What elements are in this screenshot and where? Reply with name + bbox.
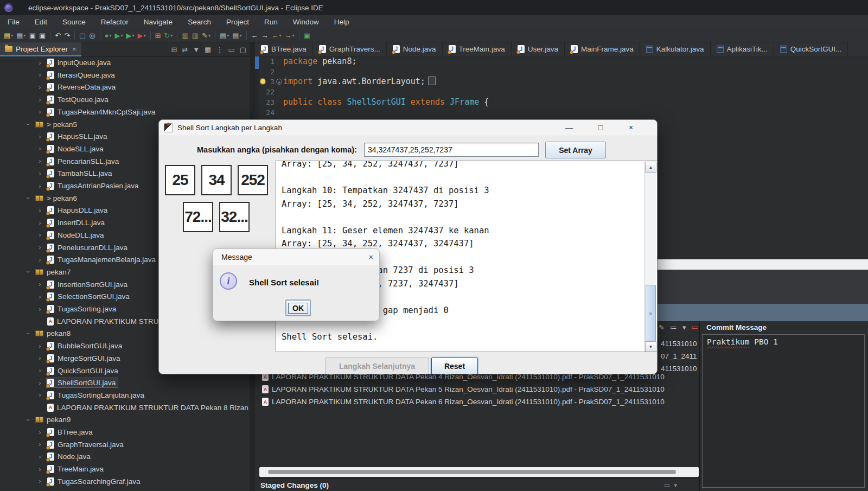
open-resource-icon[interactable]: ▥ xyxy=(180,29,190,41)
menu-refactor[interactable]: Refactor xyxy=(93,15,136,29)
editor-tab-graphtravers-[interactable]: JGraphTravers... xyxy=(313,42,387,56)
tree-item[interactable]: ›JIterasiQueue.java xyxy=(0,69,250,81)
menu-source[interactable]: Source xyxy=(55,15,93,29)
new-wizard-icon[interactable]: ▤▾ xyxy=(2,29,15,41)
unstaged-file-fragment[interactable]: 411531010 xyxy=(661,365,697,373)
chevron-right-icon[interactable]: › xyxy=(37,294,43,300)
editor-tab-node-java[interactable]: JNode.java xyxy=(387,42,443,56)
close-view-icon[interactable]: × xyxy=(72,45,76,53)
chevron-right-icon[interactable]: › xyxy=(37,429,43,436)
scroll-down-button[interactable]: ▼ xyxy=(645,341,656,352)
chevron-right-icon[interactable]: › xyxy=(37,170,43,177)
back-history-icon[interactable]: ←▾ xyxy=(270,29,283,41)
maximize-button[interactable]: □ xyxy=(593,120,608,135)
chevron-right-icon[interactable]: › xyxy=(37,392,43,398)
unstaged-file[interactable]: ALAPORAN PRAKTIKUM STRUKTUR DATA Pekan 5… xyxy=(262,385,665,393)
chevron-right-icon[interactable]: › xyxy=(37,60,43,66)
previous-annotation-icon[interactable]: ▤▾ xyxy=(218,29,231,41)
new-java-project-icon[interactable]: ⊞ xyxy=(154,29,163,41)
tree-item[interactable]: ›pekan9 xyxy=(0,413,250,426)
amend-icon[interactable]: ✎ xyxy=(659,323,665,331)
editor-tab-aplikasitik-[interactable]: AplikasiTik... xyxy=(711,42,774,56)
tree-item[interactable]: ›JGraphTraversal.java xyxy=(0,438,250,451)
chevron-right-icon[interactable]: › xyxy=(37,145,43,152)
dialog-title-bar[interactable]: Message xyxy=(213,249,379,265)
mark-occurrences-icon[interactable]: ✎▾ xyxy=(200,29,212,41)
chevron-right-icon[interactable]: › xyxy=(37,478,43,484)
reset-button[interactable]: Reset xyxy=(431,358,478,374)
tree-item[interactable]: ›JShellSortGUI.java xyxy=(0,377,250,389)
menu-caret-icon[interactable]: ▾ xyxy=(682,323,686,331)
chevron-right-icon[interactable]: › xyxy=(37,257,43,263)
focus-icon[interactable]: ▦ xyxy=(205,46,211,54)
fold-collapsed-icon[interactable]: + xyxy=(276,79,282,85)
undo-icon[interactable]: ↶ xyxy=(53,29,62,41)
tree-item[interactable]: ›JTugasSortingLanjutan.java xyxy=(0,389,250,401)
menu-run[interactable]: Run xyxy=(257,15,285,29)
scrollbar-thumb[interactable] xyxy=(268,470,676,474)
view-menu-icon[interactable]: ⋮ xyxy=(216,46,223,54)
shell-sort-title-bar[interactable]: Shell Sort Langkah per Langkah xyxy=(159,120,657,136)
number-input[interactable] xyxy=(364,143,539,157)
editor-tab-user-java[interactable]: JUser.java xyxy=(512,42,565,56)
open-console-icon[interactable]: ▢ xyxy=(78,29,87,41)
commit-message-input[interactable]: Praktikum PBO 1 xyxy=(702,334,865,488)
tree-item[interactable]: ›JTugasSearchingGraf.java xyxy=(0,475,250,488)
new-java-file-icon[interactable]: ▤▾ xyxy=(15,29,27,41)
editor-tab-treemain-java[interactable]: JTreeMain.java xyxy=(443,42,512,56)
editor-tab-quicksortgui-[interactable]: QuickSortGUI... xyxy=(774,42,848,56)
chevron-right-icon[interactable]: › xyxy=(37,183,43,189)
tree-item[interactable]: ›JNode.java xyxy=(0,450,250,463)
set-array-button[interactable]: Set Array xyxy=(545,142,606,158)
search-icon[interactable]: ◎ xyxy=(87,29,97,41)
menu-project[interactable]: Project xyxy=(219,15,257,29)
import-folder-icon[interactable]: ▥ xyxy=(190,29,200,41)
chevron-right-icon[interactable]: › xyxy=(37,158,43,164)
tree-item[interactable]: ›JTreeMain.java xyxy=(0,463,250,475)
folded-region-box[interactable] xyxy=(428,76,436,85)
minimize-button[interactable]: — xyxy=(561,120,577,135)
debug-icon[interactable]: ●▾ xyxy=(103,29,113,41)
caret-icon[interactable]: ▾ xyxy=(674,482,677,489)
tree-item[interactable]: ›JReverseData.java xyxy=(0,81,250,93)
link-with-editor-icon[interactable]: ⇄ xyxy=(182,46,188,54)
chevron-right-icon[interactable]: › xyxy=(37,454,43,460)
horizontal-scrollbar[interactable] xyxy=(259,467,699,477)
redo-icon[interactable]: ↷ xyxy=(62,29,72,41)
menu-navigate[interactable]: Navigate xyxy=(136,15,180,29)
next-step-button[interactable]: Langkah Selanjutnya xyxy=(325,358,429,374)
scroll-up-button[interactable]: ▲ xyxy=(645,162,656,173)
tree-item[interactable]: ›JTugasPekan4MknCptSaji.java xyxy=(0,106,250,118)
chevron-right-icon[interactable]: › xyxy=(37,281,43,288)
coverage-icon[interactable]: ▶▾ xyxy=(136,29,148,41)
chevron-right-icon[interactable]: › xyxy=(37,72,43,78)
collapse-all-icon[interactable]: ⊟ xyxy=(171,46,177,54)
tab-project-explorer[interactable]: Project Explorer × xyxy=(0,42,81,56)
menu-edit[interactable]: Edit xyxy=(27,15,55,29)
sort-icon[interactable]: ≔ xyxy=(691,323,698,331)
chevron-right-icon[interactable]: › xyxy=(37,466,43,473)
last-edit-location-icon[interactable]: ▣ xyxy=(302,29,312,41)
next-edit-location-icon[interactable]: → xyxy=(260,29,270,41)
next-annotation-icon[interactable]: ▤▾ xyxy=(231,29,243,41)
close-button[interactable]: × xyxy=(623,120,639,135)
chevron-right-icon[interactable]: › xyxy=(37,367,43,374)
chevron-right-icon[interactable]: › xyxy=(37,343,43,349)
menu-window[interactable]: Window xyxy=(285,15,327,29)
save-icon[interactable]: ▣ xyxy=(28,29,37,41)
refresh-icon[interactable]: ↻▾ xyxy=(163,29,175,41)
scrollbar-thumb[interactable]: ≡ xyxy=(646,285,656,341)
editor-tab-mainframe-java[interactable]: JMainFrame.java xyxy=(565,42,640,56)
maximize-view-icon[interactable]: ▢ xyxy=(240,46,246,54)
chevron-right-icon[interactable]: › xyxy=(37,84,43,91)
tree-item[interactable]: ›JBTree.java xyxy=(0,426,250,438)
collapse-icon[interactable]: ▭ xyxy=(664,482,669,489)
chevron-right-icon[interactable]: › xyxy=(37,207,43,214)
staged-changes-header[interactable]: Staged Changes (0) ▭▾ xyxy=(255,479,699,491)
chevron-right-icon[interactable]: › xyxy=(37,380,43,386)
previous-edit-location-icon[interactable]: ← xyxy=(250,29,260,41)
chevron-right-icon[interactable]: › xyxy=(37,355,43,361)
run-configurations-icon[interactable]: ▶▾ xyxy=(125,29,136,41)
ok-button[interactable]: OK xyxy=(285,299,311,316)
tree-item[interactable]: ›JinputQueue.java xyxy=(0,56,250,69)
